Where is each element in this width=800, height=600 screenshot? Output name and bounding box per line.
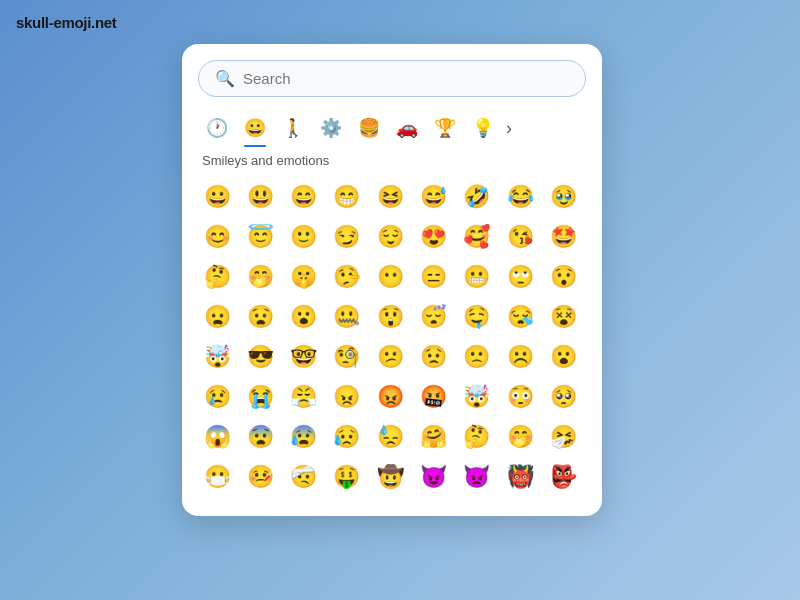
category-tab-travel[interactable]: 🚗 [390, 111, 424, 145]
search-icon: 🔍 [215, 69, 235, 88]
emoji-cell[interactable]: 😷 [198, 458, 236, 496]
emoji-cell[interactable]: 😧 [241, 298, 279, 336]
emoji-cell[interactable]: 😨 [241, 418, 279, 456]
emoji-cell[interactable]: 🤫 [285, 258, 323, 296]
emoji-cell[interactable]: 🤔 [458, 418, 496, 456]
emoji-cell[interactable]: 🤤 [458, 298, 496, 336]
emoji-cell[interactable]: 😆 [371, 178, 409, 216]
emoji-cell[interactable]: 😃 [241, 178, 279, 216]
emoji-cell[interactable]: 🥰 [458, 218, 496, 256]
emoji-cell[interactable]: 🙂 [285, 218, 323, 256]
emoji-cell[interactable]: 😍 [415, 218, 453, 256]
emoji-cell[interactable]: 👺 [545, 458, 583, 496]
emoji-cell[interactable]: 😰 [285, 418, 323, 456]
emoji-cell[interactable]: 🥺 [545, 378, 583, 416]
emoji-cell[interactable]: 😏 [328, 218, 366, 256]
emoji-cell[interactable]: 😶 [371, 258, 409, 296]
emoji-cell[interactable]: 😕 [371, 338, 409, 376]
emoji-cell[interactable]: 🤔 [198, 258, 236, 296]
emoji-cell[interactable]: 🤯 [198, 338, 236, 376]
emoji-cell[interactable]: 🤭 [241, 258, 279, 296]
emoji-cell[interactable]: 🤐 [328, 298, 366, 336]
emoji-cell[interactable]: 😠 [328, 378, 366, 416]
emoji-cell[interactable]: 😮 [285, 298, 323, 336]
emoji-cell[interactable]: 😂 [501, 178, 539, 216]
emoji-cell[interactable]: 🤓 [285, 338, 323, 376]
emoji-cell[interactable]: 🤩 [545, 218, 583, 256]
emoji-cell[interactable]: 😢 [198, 378, 236, 416]
emoji-cell[interactable]: 🤑 [328, 458, 366, 496]
emoji-cell[interactable]: 😅 [415, 178, 453, 216]
emoji-cell[interactable]: 🤗 [415, 418, 453, 456]
emoji-cell[interactable]: 😬 [458, 258, 496, 296]
emoji-cell[interactable]: 🥹 [545, 178, 583, 216]
site-logo: skull-emoji.net [16, 14, 117, 31]
emoji-cell[interactable]: 😎 [241, 338, 279, 376]
emoji-cell[interactable]: 😥 [328, 418, 366, 456]
emoji-cell[interactable]: 👿 [458, 458, 496, 496]
emoji-cell[interactable]: 😁 [328, 178, 366, 216]
emoji-cell[interactable]: 😈 [415, 458, 453, 496]
category-tab-smileys[interactable]: 😀 [238, 111, 272, 145]
emoji-cell[interactable]: 🤬 [415, 378, 453, 416]
emoji-grid: 😀😃😄😁😆😅🤣😂🥹😊😇🙂😏😌😍🥰😘🤩🤔🤭🤫🤥😶😑😬🙄😯😦😧😮🤐😲😴🤤😪😵🤯😎🤓🧐… [198, 178, 586, 496]
emoji-cell[interactable]: 🤕 [285, 458, 323, 496]
emoji-cell[interactable]: 😪 [501, 298, 539, 336]
category-tab-activities[interactable]: ⚙️ [314, 111, 348, 145]
search-bar[interactable]: 🔍 [198, 60, 586, 97]
category-tabs: 🕐😀🚶⚙️🍔🚗🏆💡› [198, 111, 586, 145]
emoji-cell[interactable]: 🙄 [501, 258, 539, 296]
emoji-cell[interactable]: 🧐 [328, 338, 366, 376]
emoji-cell[interactable]: 👹 [501, 458, 539, 496]
emoji-cell[interactable]: 😟 [415, 338, 453, 376]
section-label: Smileys and emotions [202, 153, 582, 168]
category-tab-food[interactable]: 🍔 [352, 111, 386, 145]
search-input[interactable] [243, 70, 569, 87]
emoji-cell[interactable]: 😄 [285, 178, 323, 216]
emoji-cell[interactable]: 😵 [545, 298, 583, 336]
emoji-cell[interactable]: 😡 [371, 378, 409, 416]
emoji-cell[interactable]: 😭 [241, 378, 279, 416]
emoji-cell[interactable]: 😓 [371, 418, 409, 456]
emoji-cell[interactable]: 🤒 [241, 458, 279, 496]
emoji-cell[interactable]: 🤭 [501, 418, 539, 456]
emoji-cell[interactable]: 😯 [545, 258, 583, 296]
emoji-cell[interactable]: ☹️ [501, 338, 539, 376]
category-tab-people[interactable]: 🚶 [276, 111, 310, 145]
emoji-cell[interactable]: 🙁 [458, 338, 496, 376]
emoji-cell[interactable]: 😑 [415, 258, 453, 296]
category-more-button[interactable]: › [506, 118, 512, 139]
emoji-cell[interactable]: 😳 [501, 378, 539, 416]
emoji-cell[interactable]: 😌 [371, 218, 409, 256]
emoji-cell[interactable]: 😱 [198, 418, 236, 456]
emoji-cell[interactable]: 😮 [545, 338, 583, 376]
category-tab-symbols[interactable]: 💡 [466, 111, 500, 145]
emoji-cell[interactable]: 😘 [501, 218, 539, 256]
emoji-cell[interactable]: 🤠 [371, 458, 409, 496]
emoji-picker: 🔍 🕐😀🚶⚙️🍔🚗🏆💡› Smileys and emotions 😀😃😄😁😆😅… [182, 44, 602, 516]
emoji-cell[interactable]: 😇 [241, 218, 279, 256]
emoji-cell[interactable]: 🤯 [458, 378, 496, 416]
emoji-cell[interactable]: 😲 [371, 298, 409, 336]
emoji-cell[interactable]: 😊 [198, 218, 236, 256]
category-tab-recent[interactable]: 🕐 [200, 111, 234, 145]
emoji-cell[interactable]: 🤧 [545, 418, 583, 456]
emoji-cell[interactable]: 😴 [415, 298, 453, 336]
emoji-cell[interactable]: 😀 [198, 178, 236, 216]
emoji-cell[interactable]: 🤥 [328, 258, 366, 296]
emoji-cell[interactable]: 😦 [198, 298, 236, 336]
emoji-cell[interactable]: 🤣 [458, 178, 496, 216]
category-tab-objects[interactable]: 🏆 [428, 111, 462, 145]
emoji-cell[interactable]: 😤 [285, 378, 323, 416]
